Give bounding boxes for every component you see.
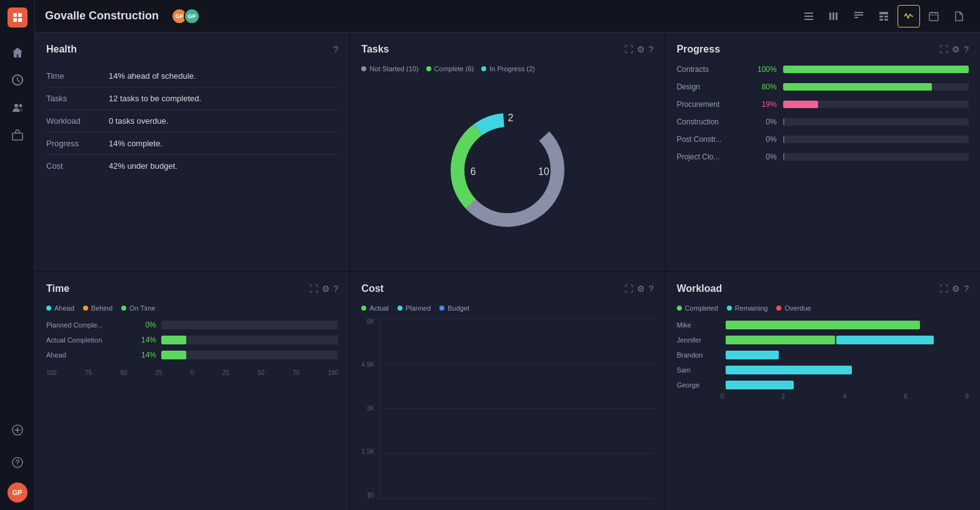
remaining-dot (727, 306, 732, 311)
wl-bar-george (726, 381, 969, 389)
health-panel: Health ? Time 14% ahead of schedule. Tas… (35, 32, 349, 271)
axis-75l: 75 (85, 369, 92, 376)
svg-rect-2 (13, 18, 17, 22)
sidebar-item-help[interactable] (5, 450, 30, 475)
y-label-0: $0 (361, 492, 374, 499)
svg-rect-23 (879, 19, 883, 21)
sidebar-item-people[interactable] (5, 95, 30, 120)
wl-bar-brandon (726, 351, 969, 359)
health-value-cost: 42% under budget. (109, 161, 178, 171)
tasks-settings-icon[interactable]: ⚙ (637, 44, 645, 54)
tasks-expand-icon[interactable]: ⛶ (624, 44, 633, 54)
workload-settings-icon[interactable]: ⚙ (952, 284, 960, 294)
time-help-icon[interactable]: ? (334, 284, 339, 294)
ahead-label: Ahead (54, 304, 74, 312)
progress-actions: ⛶ ⚙ ? (939, 44, 969, 54)
health-value-tasks: 12 tasks to be completed. (109, 94, 201, 103)
progress-name-construction: Construction (677, 118, 746, 126)
progress-pct-construction: 0% (752, 118, 777, 126)
tool-list[interactable] (798, 5, 820, 28)
sidebar-item-portfolio[interactable] (5, 122, 30, 148)
time-actions: ⛶ ⚙ ? (309, 284, 339, 294)
time-expand-icon[interactable]: ⛶ (309, 284, 318, 294)
cost-actions: ⛶ ⚙ ? (624, 284, 654, 294)
project-avatars: GP GP (171, 8, 200, 24)
workload-title: Workload (677, 283, 722, 294)
axis-75r: 75 (292, 369, 299, 376)
cost-expand-icon[interactable]: ⛶ (624, 284, 633, 294)
wl-row-george: George (677, 381, 969, 389)
svg-rect-1 (18, 13, 22, 17)
svg-rect-24 (884, 19, 888, 21)
wl-row-brandon: Brandon (677, 351, 969, 359)
cost-help-icon[interactable]: ? (649, 284, 654, 294)
health-label-tasks: Tasks (46, 94, 109, 103)
health-value-time: 14% ahead of schedule. (109, 71, 196, 81)
wl-bar-mike (726, 321, 969, 329)
wl-row-jennifer: Jennifer (677, 336, 969, 344)
tool-files[interactable] (948, 5, 970, 28)
cost-settings-icon[interactable]: ⚙ (637, 284, 645, 294)
donut-chart: 6 10 2 (361, 80, 653, 260)
tool-calendar[interactable] (922, 5, 945, 28)
tasks-panel: Tasks ⛶ ⚙ ? Not Started (10) Complete (6… (350, 32, 664, 271)
tool-gantt[interactable] (822, 5, 845, 28)
workload-legend: Completed Remaining Overdue (677, 304, 969, 312)
tool-board[interactable] (848, 5, 870, 28)
sidebar-item-add[interactable] (5, 418, 30, 442)
time-pct-actual: 14% (132, 336, 156, 344)
time-bar-ahead (161, 351, 338, 359)
progress-pct-closure: 0% (752, 152, 777, 161)
progress-help-icon[interactable]: ? (964, 44, 969, 54)
progress-row-contracts: Contracts 100% (677, 65, 969, 74)
time-settings-icon[interactable]: ⚙ (322, 284, 330, 294)
health-help-icon[interactable]: ? (334, 44, 339, 54)
workload-expand-icon[interactable]: ⛶ (939, 284, 948, 294)
wl-axis-0: 0 (721, 393, 724, 400)
workload-actions: ⛶ ⚙ ? (939, 284, 969, 294)
svg-point-10 (17, 465, 18, 466)
sidebar-item-recent[interactable] (5, 68, 30, 92)
workload-x-axis: 0 2 4 6 8 (677, 393, 969, 400)
wl-name-george: George (677, 381, 721, 389)
workload-help-icon[interactable]: ? (964, 284, 969, 294)
completed-dot (677, 306, 682, 311)
time-row-actual: Actual Completion 14% (46, 336, 338, 344)
tool-table[interactable] (872, 5, 895, 28)
time-label-actual: Actual Completion (46, 336, 128, 344)
progress-expand-icon[interactable]: ⛶ (939, 44, 948, 54)
progress-row-construction: Construction 0% (677, 118, 969, 126)
health-title: Health (46, 44, 77, 55)
dashboard: Health ? Time 14% ahead of schedule. Tas… (35, 32, 980, 510)
workload-panel: Workload ⛶ ⚙ ? Completed Remaining (666, 272, 980, 511)
time-chart: Planned Comple... 0% Actual Completion 1… (46, 321, 338, 499)
svg-point-5 (14, 104, 18, 108)
svg-text:10: 10 (538, 166, 549, 177)
wl-axis-2: 2 (782, 393, 786, 400)
user-avatar[interactable]: GP (8, 482, 28, 502)
sidebar-item-home[interactable] (5, 40, 30, 65)
progress-pct-contracts: 100% (752, 65, 777, 74)
progress-bar-construction (783, 118, 969, 126)
header: Govalle Construction GP GP (35, 0, 980, 32)
progress-pct-design: 80% (752, 82, 777, 91)
tasks-help-icon[interactable]: ? (649, 44, 654, 54)
progress-row-design: Design 80% (677, 82, 969, 91)
tool-pulse[interactable] (898, 5, 920, 28)
health-value-progress: 14% complete. (109, 139, 162, 148)
app-logo[interactable] (8, 8, 28, 28)
avatar-2[interactable]: GP (184, 8, 200, 24)
progress-name-closure: Project Clo... (677, 152, 746, 161)
legend-in-progress: In Progress (2) (481, 65, 535, 72)
progress-settings-icon[interactable]: ⚙ (952, 44, 960, 54)
time-panel: Time ⛶ ⚙ ? Ahead Behind On Tim (35, 272, 349, 511)
progress-title: Progress (677, 44, 720, 55)
main-content: Govalle Construction GP GP (35, 0, 980, 510)
time-label-ahead: Ahead (46, 351, 128, 359)
svg-rect-7 (12, 133, 22, 140)
sidebar: GP (0, 0, 35, 510)
legend-complete: Complete (6) (426, 65, 474, 72)
wl-name-mike: Mike (677, 321, 721, 329)
axis-25l: 25 (156, 369, 162, 376)
svg-text:6: 6 (471, 166, 476, 177)
